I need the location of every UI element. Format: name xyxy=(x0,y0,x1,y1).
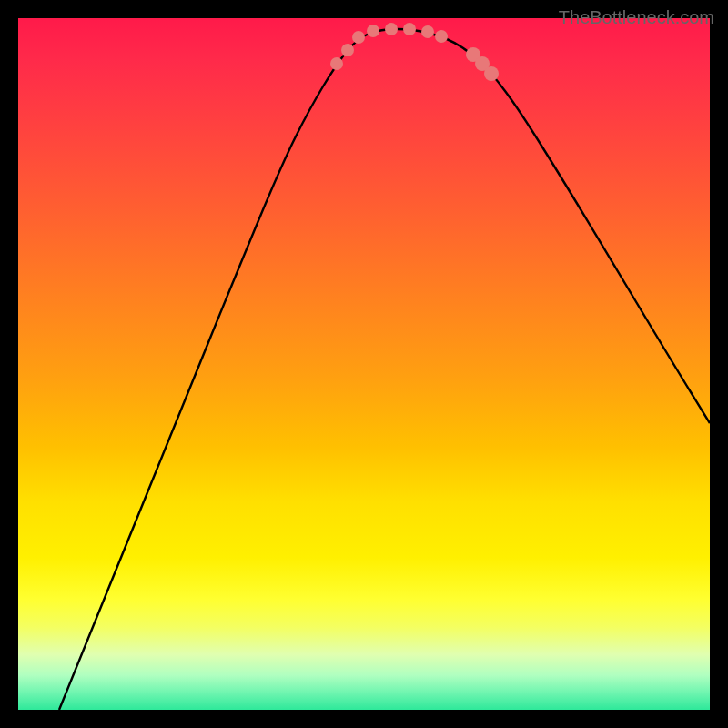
plot-area xyxy=(18,18,710,710)
watermark: TheBottleneck.com xyxy=(559,7,714,28)
marker-dot xyxy=(367,25,379,37)
marker-dot xyxy=(484,66,499,81)
bottleneck-curve xyxy=(59,29,710,710)
marker-dot xyxy=(341,44,354,56)
marker-dot xyxy=(435,30,448,43)
marker-dots xyxy=(330,23,499,81)
chart-frame: TheBottleneck.com xyxy=(0,0,728,728)
marker-dot xyxy=(352,31,365,44)
marker-dot xyxy=(421,25,434,38)
curve-svg xyxy=(18,18,710,710)
marker-dot xyxy=(403,23,416,35)
marker-dot xyxy=(385,23,398,35)
marker-dot xyxy=(330,57,343,70)
